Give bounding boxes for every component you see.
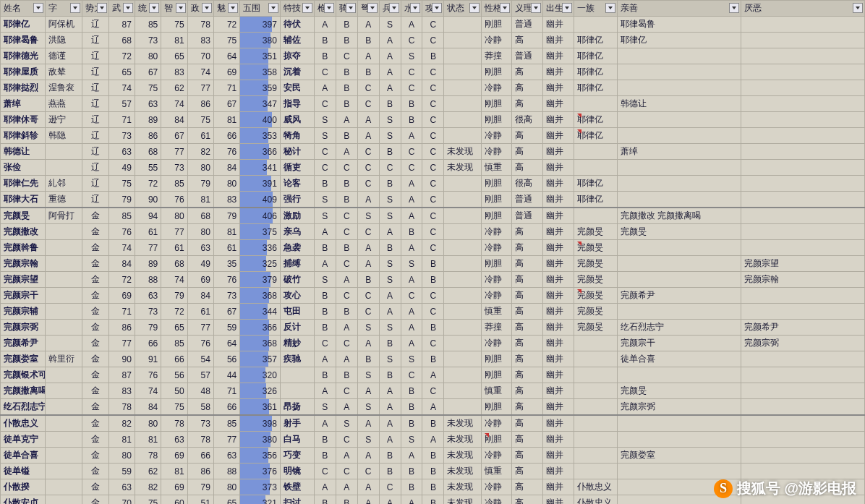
filter-dropdown-icon[interactable] [202,3,212,13]
filter-dropdown-icon[interactable] [302,3,312,13]
sohu-icon: S [714,479,733,498]
column-header[interactable]: 特技 [280,1,314,17]
filter-dropdown-icon[interactable] [176,3,186,13]
column-header[interactable]: 统 [135,1,161,17]
column-header[interactable]: 骑 [336,1,357,17]
column-header[interactable]: 政 [187,1,213,17]
table-row[interactable]: 耶律亿阿保机辽8785757872397待伏ABASAC刚胆普通幽并耶律曷鲁 [1,17,865,33]
filter-dropdown-icon[interactable] [410,3,420,13]
filter-dropdown-icon[interactable] [149,3,159,13]
column-header[interactable]: 姓名 [1,1,46,17]
filter-dropdown-icon[interactable] [432,3,442,13]
filter-dropdown-icon[interactable] [729,3,739,13]
table-row[interactable]: 耶律屋质敌辇辽6567837469358沉着CBBACC刚胆高幽并耶律亿 [1,64,865,80]
table-row[interactable]: 完颜宗望金7288746976379破竹SABSAB冷静高幽并完颜旻完颜宗翰 [1,272,865,288]
column-header[interactable]: 兵 [379,1,401,17]
table-row[interactable]: 耶律休哥逊宁辽7189847581400威风SAASBC刚胆很高幽并耶律亿 [1,112,865,128]
table-row[interactable]: 耶律仁先糺邻辽7572857980391论客BBCBAC刚胆很高幽并耶律亿 [1,176,865,192]
table-row[interactable]: 完颜银术可金8776565744320BBSBCA刚胆高幽并 [1,367,865,383]
table-row[interactable]: 徒单镒金5962818688376明镜CCCBBB未发现慎重高幽并 [1,464,865,479]
table-row[interactable]: 完颜宗辅金7173726167344屯田BBCAAC慎重高幽并完颜旻 [1,304,865,320]
filter-dropdown-icon[interactable] [346,3,356,13]
column-header[interactable]: 一族 [574,1,617,17]
table-row[interactable]: 完颜娄室斡里衍金9091665456357疾驰AABSSB刚胆高幽并徒单合喜 [1,351,865,367]
column-header[interactable]: 状态 [444,1,481,17]
table-row[interactable]: 完颜撒改金7661778081375亲乌ACCABC冷静高幽并完颜旻完颜旻 [1,224,865,240]
table-row[interactable]: 纥石烈志宁金7884755866361昂扬SASABA刚胆高幽并完颜宗弼 [1,399,865,416]
column-header[interactable]: 义理 [512,1,543,17]
table-row[interactable]: 完颜斡鲁金7477616361336急袭BBABAC冷静高幽并完颜旻 [1,240,865,256]
watermark: S 搜狐号 @游影电报 [714,479,856,498]
filter-dropdown-icon[interactable] [228,3,238,13]
table-row[interactable]: 韩德让辽6368778276366秘计CACBCC未发现冷静高幽并萧绰 [1,144,865,160]
filter-dropdown-icon[interactable] [324,3,334,13]
table-row[interactable]: 耶律挞烈涅鲁衮辽7475627771359安民ABCACC冷静高幽并耶律亿 [1,80,865,96]
column-header[interactable]: 魅 [213,1,239,17]
filter-dropdown-icon[interactable] [562,3,572,13]
filter-dropdown-icon[interactable] [33,3,43,13]
table-row[interactable]: 完颜宗翰金8489684935325捕缚ACASSB刚胆高幽并完颜旻完颜宗望 [1,256,865,272]
filter-dropdown-icon[interactable] [367,3,378,13]
table-row[interactable]: 完颜宗干金6963798473368攻心BCCACC冷静高幽并完颜旻完颜希尹 [1,288,865,304]
filter-dropdown-icon[interactable] [531,3,541,13]
column-header[interactable]: 亲善 [617,1,741,17]
filter-dropdown-icon[interactable] [268,3,278,13]
column-header[interactable]: 字 [45,1,82,17]
column-header[interactable]: 弩 [357,1,379,17]
column-header[interactable]: 武 [108,1,135,17]
table-row[interactable]: 完颜撒离喝金8374504871326ACAABC慎重高幽并完颜旻 [1,383,865,399]
table-row[interactable]: 徒单合喜金8078696663356巧变BAABAB未发现冷静高幽并完颜娄室 [1,448,865,464]
table-row[interactable]: 耶律斜轸韩隐辽7386676166353犄角SBASAC冷静高幽并耶律亿 [1,128,865,144]
character-table[interactable]: 姓名字势力武统智政魅五围特技枪骑弩兵水攻状态性格义理出生一族亲善厌恶 耶律亿阿保… [0,0,865,504]
column-header[interactable]: 水 [401,1,422,17]
table-row[interactable]: 耶律德光德谨辽7280657064351掠夺BCAASB莽撞普通幽并耶律亿 [1,48,865,64]
column-header[interactable]: 厌恶 [741,1,864,17]
filter-dropdown-icon[interactable] [500,3,510,13]
column-header[interactable]: 出生 [543,1,574,17]
column-header[interactable]: 势力 [82,1,108,17]
table-row[interactable]: 完颜希尹金7766857664368精妙CCABAC冷静高幽并完颜宗干完颜宗弼 [1,336,865,351]
filter-dropdown-icon[interactable] [605,3,615,13]
table-row[interactable]: 仆散忠义金8280787385398射手ASAABB未发现冷静高幽并 [1,415,865,432]
table-row[interactable]: 萧绰燕燕辽5763748667347指导CBCBBC刚胆高幽并韩德让 [1,96,865,112]
filter-dropdown-icon[interactable] [389,3,399,13]
table-row[interactable]: 张俭辽4955738084341循吏CCCCCC未发现慎重高幽并 [1,160,865,176]
filter-dropdown-icon[interactable] [70,3,80,13]
filter-dropdown-icon[interactable] [97,3,107,13]
column-header[interactable]: 枪 [314,1,336,17]
column-header[interactable]: 五围 [240,1,281,17]
column-header[interactable]: 攻 [422,1,444,17]
table-row[interactable]: 完颜宗弼金8679657759366反计BASSAB莽撞高幽并完颜旻纥石烈志宁完… [1,320,865,336]
table-row[interactable]: 完颜旻阿骨打金8594806879406激励SCSSAC刚胆普通幽并完颜撒改 完… [1,208,865,224]
table-row[interactable]: 耶律大石重德辽7990768183409强行SBASAC刚胆普通幽并耶律亿 [1,192,865,208]
filter-dropdown-icon[interactable] [123,3,133,13]
filter-dropdown-icon[interactable] [853,3,863,13]
column-header[interactable]: 智 [161,1,187,17]
table-row[interactable]: 耶律曷鲁洪隐辽6873818375380辅佐BBBACC冷静高幽并耶律亿耶律亿 [1,33,865,48]
filter-dropdown-icon[interactable] [469,3,480,13]
column-header[interactable]: 性格 [481,1,512,17]
table-row[interactable]: 徒单克宁金8181637877380白马BCSASA未发现刚胆高幽并 [1,432,865,448]
